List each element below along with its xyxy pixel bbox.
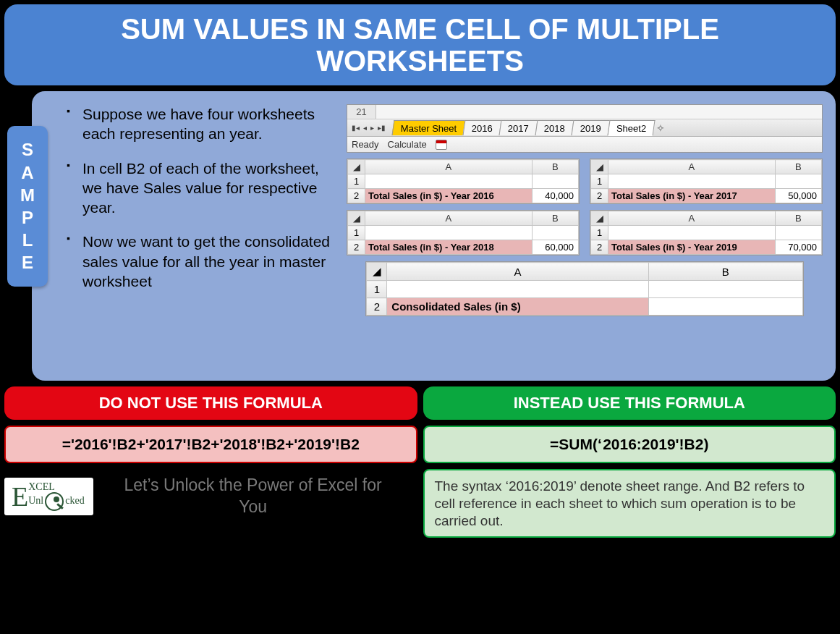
col-B[interactable]: B <box>532 211 578 226</box>
next-sheet-icon[interactable]: ▸ <box>369 124 376 132</box>
grid-2016: ◢AB 1 2Total Sales (in $) - Year 201640,… <box>347 158 580 204</box>
new-sheet-icon[interactable]: ✧ <box>656 122 665 134</box>
col-B[interactable]: B <box>775 211 821 226</box>
do-note: The syntax ‘2016:2019’ denote sheet rang… <box>423 469 836 538</box>
first-sheet-icon[interactable]: ▮◂ <box>350 124 361 132</box>
value-2019[interactable]: 70,000 <box>775 240 821 255</box>
tab-sheet2[interactable]: Sheet2 <box>607 120 655 136</box>
value-2018[interactable]: 60,000 <box>532 240 578 255</box>
value-consolidated[interactable] <box>648 298 802 316</box>
sheet-nav-arrows[interactable]: ▮◂ ◂ ▸ ▸▮ <box>350 124 387 132</box>
prev-sheet-icon[interactable]: ◂ <box>362 124 368 132</box>
brand-logo: E XCEL Unlcked <box>4 478 93 515</box>
row-1[interactable]: 1 <box>348 174 365 189</box>
select-all-corner[interactable]: ◢ <box>591 211 608 226</box>
label-2016[interactable]: Total Sales (in $) - Year 2016 <box>365 189 533 203</box>
col-B[interactable]: B <box>532 160 578 174</box>
tab-2018[interactable]: 2018 <box>535 120 574 135</box>
row-2[interactable]: 2 <box>348 189 365 203</box>
label-2019[interactable]: Total Sales (in $) - Year 2019 <box>608 240 776 255</box>
grid-2018: ◢AB 1 2Total Sales (in $) - Year 201860,… <box>347 210 580 255</box>
col-B[interactable]: B <box>775 160 821 174</box>
sample-section: SAMPLE Suppose we have four worksheets e… <box>4 91 836 381</box>
title-banner: SUM VALUES IN SAME CELL OF MULTIPLE WORK… <box>4 4 836 85</box>
name-box: 21 <box>347 105 376 119</box>
value-2016[interactable]: 40,000 <box>532 189 578 203</box>
grid-2017: ◢AB 1 2Total Sales (in $) - Year 201750,… <box>590 158 823 204</box>
footer-left: E XCEL Unlcked Let’s Unlock the Power of… <box>4 475 417 518</box>
do-badge: INSTEAD USE THIS FORMULA <box>423 386 836 420</box>
page-title: SUM VALUES IN SAME CELL OF MULTIPLE WORK… <box>121 13 719 77</box>
grid-master: ◢AB 1 2Consolidated Sales (in $) <box>365 261 803 316</box>
dont-formula: ='2016'!B2+'2017'!B2+'2018'!B2+'2019'!B2 <box>4 426 417 463</box>
col-A[interactable]: A <box>608 211 776 226</box>
select-all-corner[interactable]: ◢ <box>348 160 365 174</box>
bullet-3: Now we want to get the consolidated sale… <box>67 232 338 291</box>
sample-bullets: Suppose we have four worksheets each rep… <box>67 104 338 368</box>
infographic-frame: SUM VALUES IN SAME CELL OF MULTIPLE WORK… <box>0 0 840 634</box>
magnifier-icon <box>45 492 64 511</box>
bullet-1: Suppose we have four worksheets each rep… <box>67 104 338 144</box>
compare-row: DO NOT USE THIS FORMULA ='2016'!B2+'2017… <box>4 386 836 538</box>
label-2017[interactable]: Total Sales (in $) - Year 2017 <box>608 189 776 203</box>
tab-2019[interactable]: 2019 <box>572 120 611 135</box>
status-calculate: Calculate <box>388 139 427 150</box>
tagline: Let’s Unlock the Power of Excel for You <box>111 475 417 518</box>
bullet-2: In cell B2 of each of the worksheet, we … <box>67 158 338 218</box>
do-column: INSTEAD USE THIS FORMULA =SUM(‘ 2016:201… <box>423 386 836 538</box>
select-all-corner[interactable]: ◢ <box>591 160 608 174</box>
grid-2019: ◢AB 1 2Total Sales (in $) - Year 201970,… <box>590 210 823 255</box>
dont-column: DO NOT USE THIS FORMULA ='2016'!B2+'2017… <box>4 386 417 538</box>
sample-body: Suppose we have four worksheets each rep… <box>32 91 836 381</box>
col-A[interactable]: A <box>387 263 648 281</box>
select-all-corner[interactable]: ◢ <box>367 263 387 281</box>
label-consolidated[interactable]: Consolidated Sales (in $) <box>387 298 648 316</box>
value-2017[interactable]: 50,000 <box>775 189 821 203</box>
select-all-corner[interactable]: ◢ <box>348 211 365 226</box>
sample-side-tab: SAMPLE <box>7 126 48 287</box>
last-sheet-icon[interactable]: ▸▮ <box>376 124 387 132</box>
tab-2017[interactable]: 2017 <box>499 120 538 135</box>
col-B[interactable]: B <box>648 263 802 281</box>
tab-2016[interactable]: 2016 <box>463 120 502 135</box>
label-2018[interactable]: Total Sales (in $) - Year 2018 <box>365 240 533 255</box>
dont-badge: DO NOT USE THIS FORMULA <box>4 386 417 420</box>
tab-master-sheet[interactable]: Master Sheet <box>392 120 466 135</box>
status-ready: Ready <box>352 139 379 150</box>
col-A[interactable]: A <box>608 160 776 174</box>
sample-grids: 21 ▮◂ ◂ ▸ ▸▮ Master Sheet 2016 2017 <box>347 104 823 368</box>
macro-record-icon[interactable] <box>436 140 447 150</box>
do-formula: =SUM(‘ 2016:2019'!B2) <box>423 426 836 463</box>
col-A[interactable]: A <box>365 160 533 174</box>
sheet-tabstrip: 21 ▮◂ ◂ ▸ ▸▮ Master Sheet 2016 2017 <box>347 104 823 153</box>
col-A[interactable]: A <box>365 211 533 226</box>
